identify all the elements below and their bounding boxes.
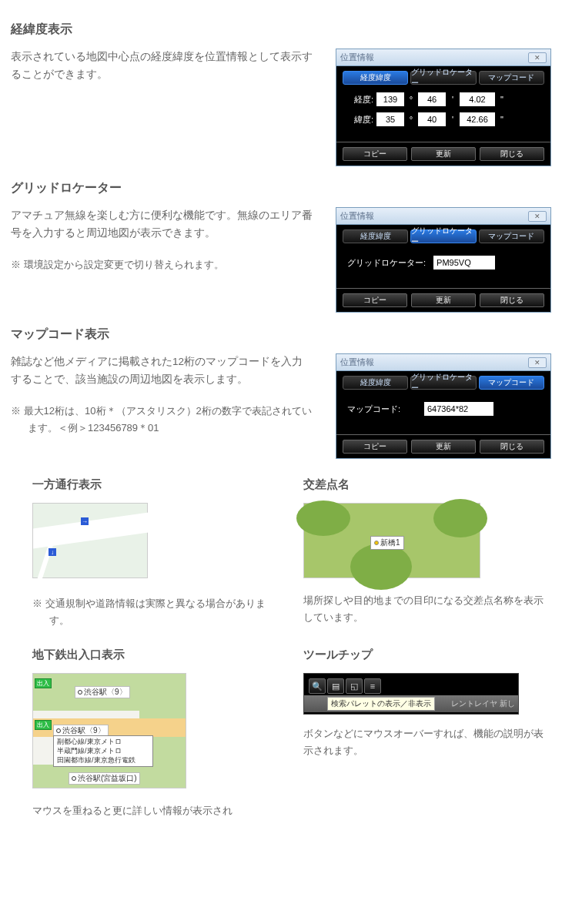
close-icon[interactable]: ✕ [528,357,547,368]
mapcode-input[interactable]: 647364*82 [424,402,493,416]
tab-grid[interactable]: グリッドロケーター [410,71,476,85]
heading-intersection: 交差点名 [303,477,551,492]
heading-subway: 地下鉄出入口表示 [32,648,280,662]
deg-unit: ° [407,95,415,104]
tab-mapcode[interactable]: マップコード [479,376,544,390]
tab-coord[interactable]: 経度緯度 [343,376,408,390]
copy-button[interactable]: コピー [343,440,407,454]
dialog-title: 位置情報 [340,210,374,222]
tab-coord[interactable]: 経度緯度 [343,229,408,243]
tooltip-balloon: 検索パレットの表示／非表示 [327,697,435,711]
text-grid: アマチュア無線を楽しむ方に便利な機能です。無線のエリア番号を入力すると周辺地図が… [11,207,313,243]
close-button[interactable]: 閉じる [480,440,544,454]
sec-unit: " [498,115,506,124]
tooltip-thumb: 🔍 ▤ ◱ ≡ 検索パレットの表示／非表示 レントレイヤ 新し [303,673,519,715]
heading-coord: 経緯度表示 [11,22,551,38]
tab-grid[interactable]: グリッドロケーター [410,376,476,390]
mapcode-label: マップコード: [347,403,416,415]
text-coord: 表示されている地図中心点の経度緯度を位置情報として表示することができます。 [11,49,313,84]
deg-unit: ° [407,115,415,124]
update-button[interactable]: 更新 [411,293,476,307]
dialog-title: 位置情報 [340,52,374,63]
heading-tooltip: ツールチップ [303,648,551,662]
tab-coord[interactable]: 経度緯度 [343,71,408,85]
tab-mapcode[interactable]: マップコード [479,71,544,85]
lon-sec-input[interactable]: 4.02 [460,92,495,106]
intersection-label: 新橋1 [370,536,404,550]
text-subway-trail: マウスを重ねると更に詳しい情報が表示され [32,802,280,819]
heading-grid: グリッドロケーター [11,180,551,196]
text-tooltip: ボタンなどにマウスオーバーすれば、機能の説明が表示されます。 [303,725,551,759]
close-button[interactable]: 閉じる [480,293,544,307]
tab-mapcode[interactable]: マップコード [479,229,544,243]
station-info-panel: 副都心線/東京メトロ 半蔵門線/東京メトロ 田園都市線/東京急行電鉄 [53,735,153,767]
close-icon[interactable]: ✕ [528,52,547,63]
station-label: 渋谷駅(宮益坂口) [69,772,140,785]
copy-button[interactable]: コピー [343,147,407,161]
lat-sec-input[interactable]: 42.66 [460,112,495,126]
lat-deg-input[interactable]: 35 [376,112,404,126]
close-button[interactable]: 閉じる [480,147,544,161]
heading-mapcode: マップコード表示 [11,326,551,343]
tab-grid[interactable]: グリッドロケーター [410,229,476,243]
toolbar-button[interactable]: ◱ [346,678,363,694]
search-icon[interactable]: 🔍 [309,678,326,694]
dialog-coord: 位置情報 ✕ 経度緯度 グリッドロケーター マップコード 経度: 139 ° 4… [336,49,551,166]
toolbar-button[interactable]: ≡ [364,678,381,694]
toolbar-button[interactable]: ▤ [327,678,344,694]
longitude-label: 経度: [347,94,373,105]
subway-map-thumb: 出入 出入 渋谷駅〈9〉 渋谷駅〈9〉 副都心線/東京メトロ 半蔵門線/東京メト… [32,673,186,788]
entrance-badge: 出入 [35,720,52,730]
heading-oneway: 一方通行表示 [32,477,280,492]
min-unit: ' [449,95,457,104]
grid-locator-label: グリッドロケーター: [347,257,426,269]
sec-unit: " [498,95,506,104]
dialog-mapcode: 位置情報 ✕ 経度緯度 グリッドロケーター マップコード マップコード: 647… [336,353,551,459]
note-mapcode: ※ 最大12桁は、10桁＊（アスタリスク）2桁の数字で表記されています。＜例＞1… [11,403,313,437]
text-mapcode: 雑誌など他メディアに掲載された12桁のマップコードを入力することで、該当施設の周… [11,353,313,389]
dialog-grid: 位置情報 ✕ 経度緯度 グリッドロケーター マップコード グリッドロケーター: … [336,207,551,313]
update-button[interactable]: 更新 [411,147,476,161]
lon-deg-input[interactable]: 139 [376,92,404,106]
layer-label: レントレイヤ 新し [451,698,515,709]
note-grid: ※ 環境設定から設定変更で切り替えられます。 [11,256,313,273]
intersection-dot-icon [374,541,379,545]
latitude-label: 緯度: [347,114,373,126]
station-label: 渋谷駅〈9〉 [75,686,130,698]
intersection-map-thumb: 新橋1 [303,503,480,578]
min-unit: ' [449,115,457,124]
text-intersection: 場所探しや目的地までの目印になる交差点名称を表示しています。 [303,592,551,626]
close-icon[interactable]: ✕ [528,211,547,222]
copy-button[interactable]: コピー [343,293,407,307]
lat-min-input[interactable]: 40 [418,112,446,126]
oneway-arrow-icon: ↓ [49,548,56,556]
entrance-badge: 出入 [35,678,52,688]
lon-min-input[interactable]: 46 [418,92,446,106]
note-oneway: ※ 交通規制や道路情報は実際と異なる場合があります。 [32,595,280,629]
dialog-title: 位置情報 [340,357,374,368]
grid-locator-input[interactable]: PM95VQ [433,256,495,270]
oneway-map-thumb: → ↓ [32,503,148,578]
update-button[interactable]: 更新 [411,440,476,454]
oneway-arrow-icon: → [81,517,89,525]
